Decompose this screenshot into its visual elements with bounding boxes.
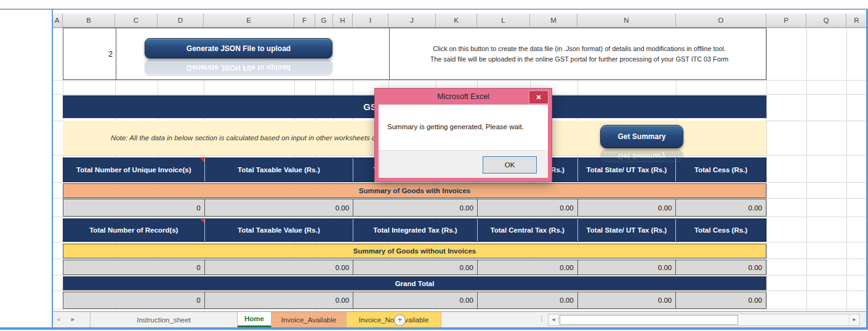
dialog-ok-button[interactable]: OK: [483, 156, 537, 173]
without-invoices-section-band[interactable]: Summary of Goods without Invoices: [63, 244, 766, 258]
gridline: [846, 28, 847, 311]
tab-scroll-left-icon[interactable]: ◄: [55, 316, 61, 322]
gridline: [52, 258, 867, 259]
column-header-q[interactable]: Q: [806, 14, 846, 28]
column-header-n[interactable]: N: [577, 14, 676, 28]
excel-sheet-home: A B C D E F G H I J K L M N O P Q R 2 Cl: [0, 0, 868, 331]
with-invoices-section-band[interactable]: Summary of Goods with Invoices: [63, 183, 766, 198]
upload-description-line2: The said file will be uploaded in the on…: [430, 54, 729, 65]
data-cell[interactable]: 0: [63, 292, 204, 308]
upload-description-cell[interactable]: Click on this button to create the data …: [392, 28, 767, 79]
data-cell[interactable]: 0: [63, 199, 204, 216]
sheet-tab-home[interactable]: Home: [238, 312, 271, 327]
window-top-border: [0, 9, 868, 10]
data-cell[interactable]: 0.00: [477, 260, 577, 274]
header-cell[interactable]: Total Cess (Rs.): [675, 219, 766, 241]
scroll-right-icon[interactable]: ►: [849, 314, 859, 324]
tab-scroll-right-icon[interactable]: ►: [70, 316, 76, 322]
data-cell[interactable]: 0.00: [477, 292, 577, 308]
column-header-h[interactable]: H: [333, 14, 353, 28]
grand-total-band[interactable]: Grand Total: [63, 276, 766, 290]
gridline: [52, 290, 867, 291]
header-label: Total Number of Record(s): [89, 226, 178, 234]
column-header-c[interactable]: C: [115, 14, 158, 28]
get-summary-button[interactable]: Get Summary: [600, 125, 683, 148]
header-cell[interactable]: Total Number of Unique Invoice(s): [63, 158, 204, 181]
sheet-tab-instruction-sheet[interactable]: Instruction_sheet: [90, 312, 238, 327]
column-header-e[interactable]: E: [204, 14, 294, 28]
gridline: [52, 80, 867, 81]
data-cell[interactable]: 0.00: [675, 260, 766, 274]
gridline: [52, 309, 867, 309]
without-invoices-data-row: 0 0.00 0.00 0.00 0.00 0.00: [63, 260, 766, 275]
header-cell[interactable]: Total State/ UT Tax (Rs.): [577, 219, 676, 241]
column-header-m[interactable]: M: [530, 14, 577, 28]
data-cell[interactable]: 0.00: [675, 199, 766, 216]
data-cell[interactable]: 0.00: [577, 292, 676, 308]
column-header-r[interactable]: R: [846, 14, 867, 28]
sheet-tab-bar: ◄ ► Instruction_sheet Home Invoice_Avail…: [52, 311, 866, 327]
gridline: [52, 217, 867, 217]
data-cell[interactable]: 0: [63, 260, 204, 274]
get-summary-button-reflection: Get Summary: [600, 150, 683, 163]
gridline: [806, 28, 807, 311]
column-header-a[interactable]: A: [52, 14, 63, 28]
dialog-title: Microsoft Excel: [375, 89, 552, 105]
data-cell[interactable]: 0.00: [675, 292, 766, 308]
header-cell[interactable]: Total Taxable Value (Rs.): [204, 158, 353, 181]
data-cell[interactable]: 0.00: [204, 199, 353, 216]
gridline: [52, 182, 867, 183]
column-header-i[interactable]: I: [353, 14, 388, 28]
window-bottom-border: [0, 327, 868, 330]
with-invoices-data-row: 0 0.00 0.00 0.00 0.00 0.00: [63, 199, 766, 217]
column-header-p[interactable]: P: [766, 14, 806, 28]
dialog-footer: OK: [379, 150, 548, 178]
window-left-border: [52, 9, 53, 328]
grand-total-data-row: 0 0.00 0.00 0.00 0.00 0.00: [63, 292, 766, 309]
note-text: Note: All the data in below section is c…: [111, 134, 412, 142]
horizontal-scrollbar[interactable]: ◄ ►: [548, 314, 860, 326]
generate-json-button[interactable]: Generate JSON File to upload: [145, 38, 332, 58]
data-cell[interactable]: 0.00: [477, 199, 577, 216]
header-cell[interactable]: Total Cess (Rs.): [675, 158, 766, 181]
cell-divider: [116, 28, 116, 79]
tab-scrollbar-splitter[interactable]: ⋮: [538, 314, 545, 323]
dialog-body: Summary is getting generated, Please wai…: [379, 105, 548, 178]
generate-json-button-reflection: Generate JSON File to upload: [145, 60, 332, 76]
column-header-j[interactable]: J: [388, 14, 436, 28]
comment-marker-icon: [200, 158, 204, 162]
data-cell[interactable]: 0.00: [353, 292, 477, 308]
scrollbar-thumb[interactable]: [560, 315, 738, 325]
column-header-l[interactable]: L: [477, 14, 530, 28]
row-index-cell[interactable]: 2: [63, 28, 113, 79]
column-header-f[interactable]: F: [294, 14, 315, 28]
excel-alert-dialog: Microsoft Excel ✕ Summary is getting gen…: [374, 88, 552, 182]
dialog-close-button[interactable]: ✕: [529, 90, 549, 104]
column-header-b[interactable]: B: [63, 14, 115, 28]
column-header-o[interactable]: O: [676, 14, 766, 28]
new-sheet-button[interactable]: +: [394, 314, 406, 326]
data-cell[interactable]: 0.00: [577, 199, 676, 216]
header-cell[interactable]: Total Central Tax (Rs.): [477, 219, 577, 241]
sheet-tab-invoice-available[interactable]: Invoice_Available: [271, 312, 347, 327]
gridline: [52, 242, 867, 242]
dialog-message: Summary is getting generated, Please wai…: [387, 123, 542, 130]
data-cell[interactable]: 0.00: [204, 292, 353, 308]
header-cell[interactable]: Total Taxable Value (Rs.): [204, 219, 353, 241]
column-header-g[interactable]: G: [315, 14, 333, 28]
data-cell[interactable]: 0.00: [353, 199, 477, 216]
upload-description-line1: Click on this button to create the data …: [433, 44, 726, 54]
comment-marker-icon: [200, 219, 204, 223]
header-cell[interactable]: Total Integrated Tax (Rs.): [353, 219, 477, 241]
data-cell[interactable]: 0.00: [204, 260, 353, 274]
scroll-left-icon[interactable]: ◄: [549, 314, 559, 324]
gridline: [52, 275, 867, 276]
header-cell[interactable]: Total Number of Record(s): [63, 219, 204, 241]
header-label: Total Number of Unique Invoice(s): [76, 166, 191, 174]
data-cell[interactable]: 0.00: [577, 260, 676, 274]
column-header-k[interactable]: K: [436, 14, 477, 28]
data-cell[interactable]: 0.00: [353, 260, 477, 274]
column-header-d[interactable]: D: [158, 14, 204, 28]
cell-divider: [389, 28, 390, 79]
without-invoices-header-row: Total Number of Record(s) Total Taxable …: [63, 218, 766, 242]
